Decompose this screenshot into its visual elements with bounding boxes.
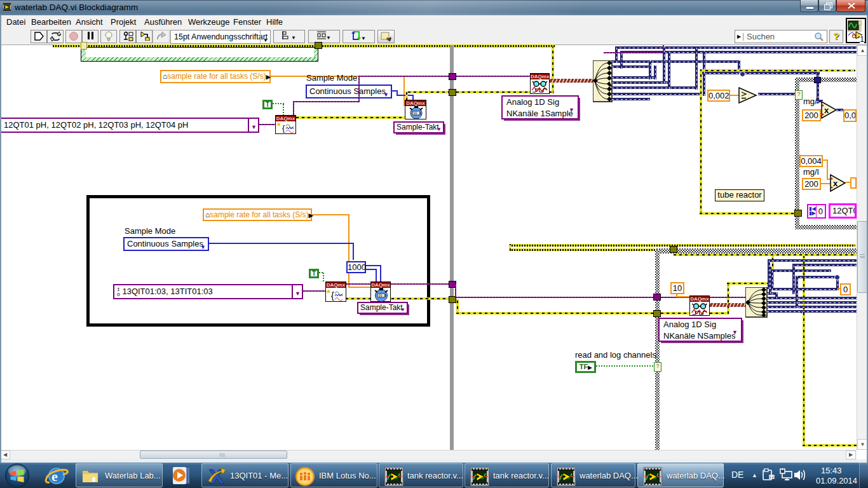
- svg-text:00:0: 00:0: [379, 294, 386, 298]
- svg-text:x: x: [833, 179, 838, 188]
- svg-text:{: {: [282, 123, 285, 133]
- svg-text:x: x: [824, 105, 829, 115]
- svg-text:{: {: [331, 290, 334, 301]
- svg-text:00:0: 00:0: [414, 112, 421, 116]
- svg-text:*: *: [277, 121, 281, 131]
- svg-text:*: *: [327, 288, 330, 298]
